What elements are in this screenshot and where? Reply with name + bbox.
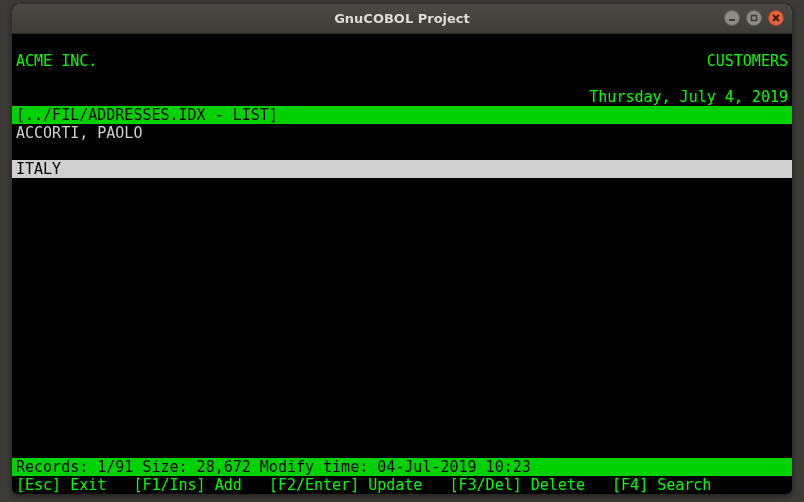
svg-rect-1 [752,16,757,21]
record-name: ACCORTI, PAOLO [16,124,142,142]
date-row: Thursday, July 4, 2019 [12,88,792,106]
path-bar: [../FIL/ADDRESSES.IDX - LIST] [12,106,792,124]
record-name-row: ACCORTI, PAOLO [12,124,792,142]
blank-row [12,70,792,88]
minimize-icon[interactable] [724,10,740,26]
status-bar: Records: 1/91 Size: 28,672 Modify time: … [12,458,792,476]
record-country: ITALY [16,160,61,178]
company-name: ACME INC. [16,52,97,70]
titlebar[interactable]: GnuCOBOL Project [12,4,792,34]
f2-update-button[interactable]: [F2/Enter] Update [269,476,423,494]
close-icon[interactable] [768,10,784,26]
app-window: GnuCOBOL Project ACME INC. CUSTOMERS Thu… [12,4,792,494]
spacer-row [12,34,792,52]
blank-row-2 [12,142,792,160]
main-empty [12,178,792,458]
esc-exit-button[interactable]: [Esc] Exit [16,476,106,494]
status-text: Records: 1/91 Size: 28,672 Modify time: … [16,458,531,476]
window-controls [724,10,784,26]
terminal-area: ACME INC. CUSTOMERS Thursday, July 4, 20… [12,34,792,494]
header-row: ACME INC. CUSTOMERS [12,52,792,70]
footer-bar: [Esc] Exit [F1/Ins] Add [F2/Enter] Updat… [12,476,792,494]
window-title: GnuCOBOL Project [334,11,470,26]
f3-delete-button[interactable]: [F3/Del] Delete [450,476,585,494]
f1-add-button[interactable]: [F1/Ins] Add [133,476,241,494]
f4-search-button[interactable]: [F4] Search [612,476,711,494]
path-text: [../FIL/ADDRESSES.IDX - LIST] [16,106,278,124]
module-name: CUSTOMERS [707,52,788,70]
maximize-icon[interactable] [746,10,762,26]
record-country-row: ITALY [12,160,792,178]
date-text: Thursday, July 4, 2019 [589,88,788,106]
